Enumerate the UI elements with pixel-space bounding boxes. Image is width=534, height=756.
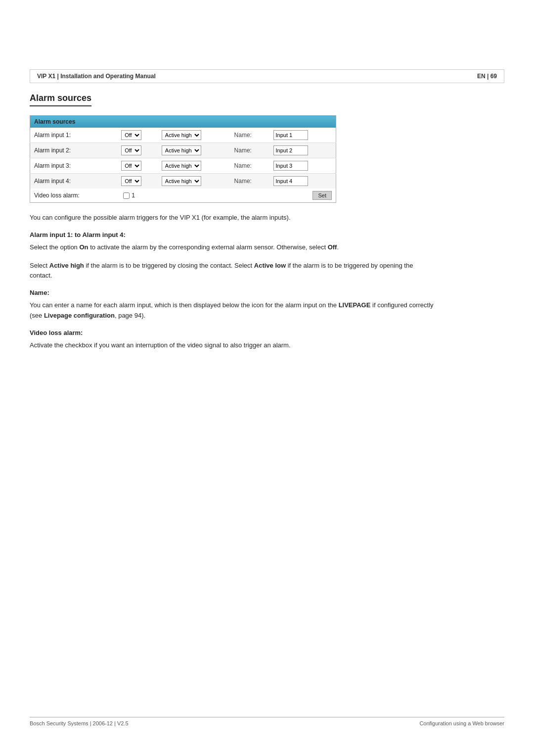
alarm-table-header: Alarm sources: [30, 116, 336, 128]
off-select-cell: Off On: [119, 128, 160, 143]
active-select-cell: Active high Active low: [160, 143, 232, 158]
section3-text: Activate the checkbox if you want an int…: [30, 340, 435, 351]
off-select-cell: Off On: [119, 143, 160, 158]
name-label: Name:: [234, 147, 252, 154]
name-input-cell: [271, 143, 336, 158]
section1-p1: Select the option On to activate the ala…: [30, 242, 435, 253]
footer-right: Configuration using a Web browser: [419, 720, 504, 726]
section2-text: You can enter a name for each alarm inpu…: [30, 300, 435, 321]
alarm-label: Alarm input 3:: [30, 158, 120, 174]
alarm-label: Alarm input 2:: [30, 143, 120, 158]
active-select-cell: Active high Active low: [160, 174, 232, 189]
active-select-cell: Active high Active low: [160, 128, 232, 143]
active-select[interactable]: Active high Active low: [162, 161, 201, 171]
set-button[interactable]: Set: [312, 191, 332, 200]
active-select-cell: Active high Active low: [160, 158, 232, 174]
page-title: Alarm sources: [30, 93, 91, 106]
video-loss-checkbox[interactable]: [123, 192, 130, 199]
off-select-cell: Off On: [119, 174, 160, 189]
active-select[interactable]: Active high Active low: [162, 130, 201, 140]
name-input[interactable]: [273, 130, 308, 140]
name-input-cell: [271, 174, 336, 189]
off-select-cell: Off On: [119, 158, 160, 174]
name-input[interactable]: [273, 145, 308, 155]
off-select[interactable]: Off On: [121, 176, 141, 186]
alarm-sources-table: Alarm sources Alarm input 1: Off On Acti…: [30, 115, 336, 203]
active-select[interactable]: Active high Active low: [162, 145, 201, 155]
off-select[interactable]: Off On: [121, 161, 141, 171]
off-select[interactable]: Off On: [121, 145, 141, 155]
header-bar: VIP X1 | Installation and Operating Manu…: [30, 69, 504, 83]
name-label: Name:: [234, 132, 252, 139]
video-loss-checkbox-label: 1: [132, 192, 135, 199]
video-loss-empty: [271, 189, 286, 203]
section1-p2: Select Active high if the alarm is to be…: [30, 261, 435, 282]
header-title-bold: VIP X1: [37, 73, 55, 80]
table-row: Alarm input 1: Off On Active high Active…: [30, 128, 336, 143]
main-description: You can configure the possible alarm tri…: [30, 213, 435, 223]
active-select[interactable]: Active high Active low: [162, 176, 201, 186]
table-row: Alarm input 3: Off On Active high Active…: [30, 158, 336, 174]
off-select[interactable]: Off On: [121, 130, 141, 140]
alarm-label: Alarm input 1:: [30, 128, 120, 143]
footer: Bosch Security Systems | 2006-12 | V2.5 …: [30, 717, 504, 726]
footer-left: Bosch Security Systems | 2006-12 | V2.5: [30, 720, 129, 726]
name-label-cell: Name:: [232, 174, 271, 189]
name-input[interactable]: [273, 161, 308, 171]
header-title: VIP X1 | Installation and Operating Manu…: [37, 73, 156, 80]
name-label: Name:: [234, 178, 252, 185]
name-label-cell: Name:: [232, 128, 271, 143]
name-input-cell: [271, 158, 336, 174]
section3-header: Video loss alarm:: [30, 329, 504, 336]
name-label: Name:: [234, 162, 252, 169]
alarm-label: Alarm input 4:: [30, 174, 120, 189]
video-loss-label: Video loss alarm:: [30, 189, 120, 203]
main-content: Alarm sources Alarm sources Alarm input …: [30, 93, 504, 351]
video-loss-set-cell: Set: [286, 189, 336, 203]
name-label-cell: Name:: [232, 143, 271, 158]
section2-header: Name:: [30, 289, 504, 296]
section1-header: Alarm input 1: to Alarm input 4:: [30, 231, 504, 238]
header-title-rest: | Installation and Operating Manual: [55, 73, 156, 80]
name-label-cell: Name:: [232, 158, 271, 174]
video-loss-checkbox-cell: 1: [119, 189, 271, 203]
header-page: EN | 69: [477, 73, 497, 80]
name-input-cell: [271, 128, 336, 143]
table-row: Alarm input 4: Off On Active high Active…: [30, 174, 336, 189]
table-row: Alarm input 2: Off On Active high Active…: [30, 143, 336, 158]
name-input[interactable]: [273, 176, 308, 186]
